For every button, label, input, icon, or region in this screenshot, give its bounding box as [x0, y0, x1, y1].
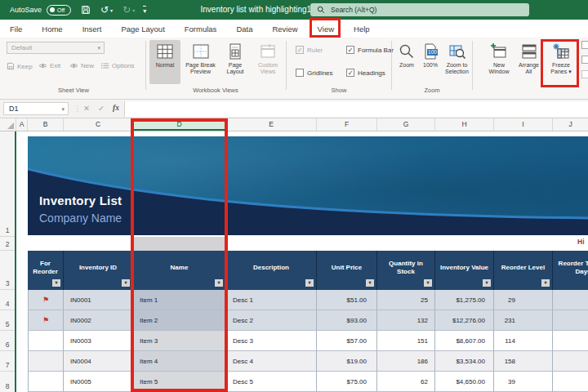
row-header-7[interactable]: 7	[0, 351, 15, 372]
filter-button[interactable]: ▾	[122, 279, 130, 287]
cell-unit-price[interactable]: $93.00	[317, 310, 377, 331]
row-header-5[interactable]: 5	[0, 310, 15, 331]
cell-reorder-level[interactable]: 39	[494, 372, 553, 392]
save-icon[interactable]	[81, 5, 91, 15]
zoom-to-selection-button[interactable]: Zoom to Selection	[442, 40, 472, 84]
header-quantity-in-stock[interactable]: Quantity in Stock▾	[377, 251, 435, 290]
tab-home[interactable]: Home	[40, 22, 64, 36]
cell-inventory-value[interactable]: $8,607.00	[435, 331, 494, 351]
filter-button[interactable]: ▾	[424, 279, 432, 287]
column-header-b[interactable]: B	[28, 118, 64, 131]
column-header-g[interactable]: G	[377, 118, 435, 131]
name-box[interactable]: D1 ▾	[3, 102, 69, 115]
tab-file[interactable]: File	[8, 22, 24, 36]
formula-input[interactable]	[124, 101, 588, 117]
cell-reorder-time[interactable]	[553, 372, 588, 392]
row-header-3[interactable]: 3	[0, 251, 15, 290]
cell-reorder-time[interactable]	[553, 310, 588, 331]
header-description[interactable]: Description▾	[226, 251, 317, 290]
name-box-caret-icon[interactable]: ▾	[61, 104, 65, 115]
cell-reorder-level[interactable]: 114	[494, 331, 553, 351]
search-input[interactable]: Search (Alt+Q)	[310, 3, 529, 16]
cell-reorder-level[interactable]: 231	[494, 310, 553, 331]
cell-description[interactable]: Desc 5	[226, 372, 317, 392]
filter-button[interactable]: ▾	[305, 279, 314, 287]
header-inventory-value[interactable]: Inventory Value▾	[435, 251, 494, 290]
hide-icon[interactable]	[581, 56, 588, 64]
column-header-j[interactable]: J	[553, 118, 588, 131]
tab-formulas[interactable]: Formulas	[183, 22, 219, 36]
zoom-button[interactable]: Zoom	[394, 40, 419, 84]
cell-inventory-id[interactable]: IN0003	[64, 331, 133, 351]
tab-view[interactable]: View	[316, 22, 336, 36]
column-header-i[interactable]: I	[494, 118, 553, 131]
header-inventory-id[interactable]: Inventory ID▾	[64, 251, 133, 290]
cell-inventory-id[interactable]: IN0005	[64, 372, 133, 392]
new-window-button[interactable]: New Window	[483, 40, 514, 84]
cell-inventory-value[interactable]: $1,275.00	[435, 290, 494, 310]
row-header-8[interactable]: 8	[0, 372, 15, 392]
zoom-100-button[interactable]: 100 100%	[419, 40, 442, 84]
row-header-1[interactable]: 1	[0, 131, 15, 237]
cell-flag[interactable]	[28, 351, 64, 372]
quick-access-customize-icon[interactable]: ▾	[143, 6, 146, 15]
cell-reorder-time[interactable]	[553, 351, 588, 372]
formula-bar-checkbox[interactable]: ✓ Formula Bar	[346, 46, 394, 54]
tab-page-layout[interactable]: Page Layout	[119, 22, 166, 36]
cell-flag[interactable]: ⚑	[28, 310, 64, 331]
row-header-6[interactable]: 6	[0, 331, 15, 351]
tab-insert[interactable]: Insert	[81, 22, 104, 36]
row-header-2[interactable]: 2	[0, 237, 15, 251]
cell-unit-price[interactable]: $51.00	[317, 290, 377, 310]
cell-unit-price[interactable]: $57.00	[317, 331, 377, 351]
tab-review[interactable]: Review	[270, 22, 299, 36]
cell-flag[interactable]: ⚑	[28, 290, 64, 310]
normal-view-button[interactable]: Normal	[149, 40, 180, 84]
cell-flag[interactable]	[28, 331, 64, 351]
cell-inventory-value[interactable]: $4,650.00	[435, 372, 494, 392]
cell-quantity[interactable]: 186	[377, 351, 435, 372]
cell-unit-price[interactable]: $19.00	[317, 351, 377, 372]
headings-checkbox[interactable]: ✓ Headings	[346, 69, 385, 77]
column-header-f[interactable]: F	[317, 118, 377, 131]
page-layout-button[interactable]: Page Layout	[220, 40, 250, 84]
arrange-all-button[interactable]: Arrange All	[515, 40, 542, 84]
cell-unit-price[interactable]: $75.00	[317, 372, 377, 392]
header-reorder-time[interactable]: Reorder Time in Days	[553, 251, 588, 290]
split-icon[interactable]	[581, 41, 588, 49]
column-header-a[interactable]: A	[16, 118, 28, 131]
cell-description[interactable]: Desc 2	[226, 310, 317, 331]
cell-reorder-time[interactable]	[553, 290, 588, 310]
column-header-e[interactable]: E	[226, 118, 317, 131]
cell-description[interactable]: Desc 3	[226, 331, 317, 351]
clipped-link-text[interactable]: Hi	[577, 238, 585, 246]
cell-reorder-level[interactable]: 29	[494, 290, 553, 310]
undo-caret-icon[interactable]: ▾	[110, 7, 113, 13]
cell-reorder-time[interactable]	[553, 331, 588, 351]
filter-button[interactable]: ▾	[483, 279, 491, 287]
tab-help[interactable]: Help	[352, 22, 372, 36]
cell-description[interactable]: Desc 1	[226, 290, 317, 310]
undo-icon[interactable]: ↺	[100, 0, 109, 20]
row-header-4[interactable]: 4	[0, 290, 15, 310]
cell-inventory-id[interactable]: IN0001	[64, 290, 133, 310]
cell-quantity[interactable]: 151	[377, 331, 435, 351]
gridlines-checkbox[interactable]: Gridlines	[296, 69, 333, 77]
sheet-view-combo[interactable]: Default ▾	[7, 42, 105, 54]
cell-description[interactable]: Desc 4	[226, 351, 317, 372]
column-header-h[interactable]: H	[435, 118, 494, 131]
cell-inventory-id[interactable]: IN0002	[64, 310, 133, 331]
select-all-corner[interactable]	[0, 118, 16, 131]
header-unit-price[interactable]: Unit Price▾	[317, 251, 377, 290]
cell-inventory-value[interactable]: $12,276.00	[435, 310, 494, 331]
tab-data[interactable]: Data	[234, 22, 254, 36]
page-break-preview-button[interactable]: Page Break Preview	[181, 40, 220, 84]
header-for-reorder[interactable]: For Reorder▾	[28, 251, 64, 290]
cell-flag[interactable]	[28, 372, 64, 392]
cell-inventory-id[interactable]: IN0004	[64, 351, 133, 372]
cell-quantity[interactable]: 62	[377, 372, 435, 392]
autosave-toggle[interactable]: Off	[47, 5, 71, 16]
insert-function-icon[interactable]: fx	[113, 104, 119, 112]
cell-inventory-value[interactable]: $3,534.00	[435, 351, 494, 372]
cell-quantity[interactable]: 25	[377, 290, 435, 310]
